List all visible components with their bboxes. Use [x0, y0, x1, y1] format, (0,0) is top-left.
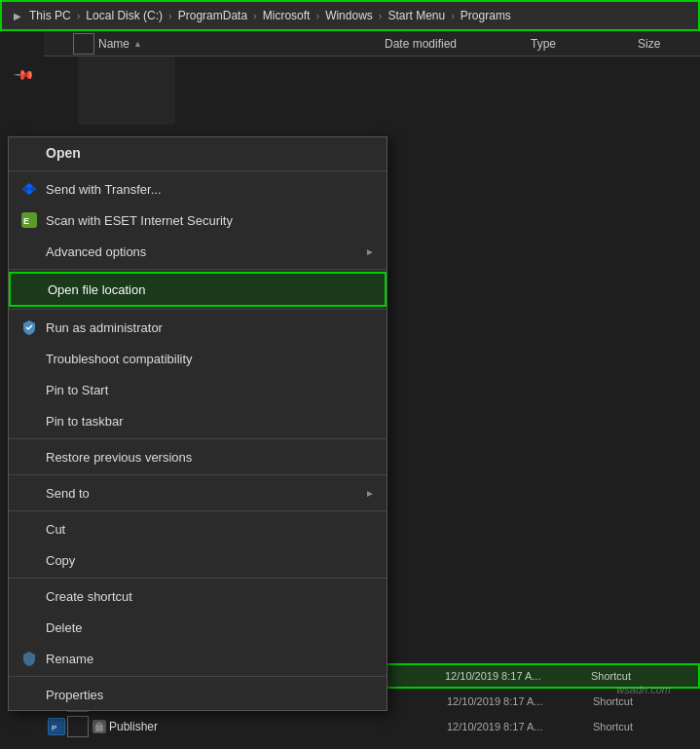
col-header-size[interactable]: Size [638, 37, 696, 51]
menu-eset-label: Scan with ESET Internet Security [46, 213, 233, 228]
sep-1 [9, 170, 387, 171]
eset-icon: E [20, 211, 38, 229]
menu-item-pin-taskbar[interactable]: Pin to taskbar [9, 405, 387, 436]
send-to-icon [20, 484, 38, 502]
menu-item-pin-start[interactable]: Pin to Start [9, 374, 387, 405]
advanced-arrow-icon: ► [365, 246, 375, 257]
menu-delete-label: Delete [46, 620, 83, 635]
breadcrumb-localdisk[interactable]: Local Disk (C:) [86, 9, 163, 22]
menu-item-cut[interactable]: Cut [9, 513, 387, 544]
menu-item-restore[interactable]: Restore previous versions [9, 441, 387, 472]
breadcrumb-programs[interactable]: Programs [461, 9, 511, 22]
menu-item-advanced[interactable]: Advanced options ► [9, 236, 387, 267]
breadcrumb-thispc[interactable]: This PC [29, 9, 71, 22]
menu-copy-label: Copy [46, 553, 75, 568]
menu-run-admin-label: Run as administrator [46, 320, 163, 335]
menu-open-label: Open [46, 145, 81, 161]
address-bar[interactable]: ▶ This PC › Local Disk (C:) › ProgramDat… [0, 0, 700, 31]
menu-item-properties[interactable]: Properties [9, 679, 387, 710]
send-to-arrow-icon: ► [365, 488, 375, 499]
menu-item-send-to[interactable]: Send to ► [9, 477, 387, 508]
menu-item-create-shortcut[interactable]: Create shortcut [9, 580, 387, 612]
advanced-icon [20, 243, 38, 260]
powerpoint-date: 12/10/2019 8:17 A... [447, 695, 593, 707]
sort-arrow-icon: ▲ [133, 39, 142, 49]
menu-restore-label: Restore previous versions [46, 450, 192, 465]
file-location-icon [22, 281, 40, 298]
sep-3 [9, 309, 387, 310]
svg-text:P: P [52, 724, 56, 732]
sep-7 [9, 578, 387, 579]
copy-icon [20, 551, 38, 569]
menu-send-to-label: Send to [46, 486, 90, 501]
menu-rename-label: Rename [46, 652, 93, 666]
menu-item-copy[interactable]: Copy [9, 544, 387, 576]
breadcrumb-startmenu[interactable]: Start Menu [387, 9, 445, 22]
publisher-type: Shortcut [593, 721, 700, 732]
powerpoint-type: Shortcut [593, 695, 700, 707]
breadcrumb-microsoft[interactable]: Microsoft [263, 9, 311, 22]
breadcrumb-programdata[interactable]: ProgramData [178, 9, 247, 22]
troubleshoot-icon [20, 350, 38, 367]
sep-6 [9, 510, 387, 511]
column-headers: Name ▲ Date modified Type Size [44, 31, 700, 56]
breadcrumb-windows[interactable]: Windows [325, 9, 373, 22]
menu-item-troubleshoot[interactable]: Troubleshoot compatibility [9, 343, 387, 374]
cut-icon [20, 520, 38, 538]
pub-shortcut-icon [92, 720, 106, 733]
menu-item-run-admin[interactable]: Run as administrator [9, 312, 387, 343]
shortcut-icon [20, 587, 38, 605]
menu-send-transfer-label: Send with Transfer... [46, 182, 162, 197]
menu-pin-taskbar-label: Pin to taskbar [46, 414, 124, 429]
pin-taskbar-icon [20, 412, 38, 430]
sep-5 [9, 474, 387, 475]
menu-pin-start-label: Pin to Start [46, 383, 108, 397]
svg-rect-13 [95, 725, 103, 731]
menu-item-rename[interactable]: Rename [9, 643, 387, 674]
sep-2 [9, 269, 387, 270]
watermark-text: wsadn.com [616, 684, 671, 695]
publisher-file-row[interactable]: P Publisher 12/10/2019 8:17 A... Shortcu… [44, 714, 700, 739]
properties-icon [20, 686, 38, 703]
pub-checkbox[interactable] [67, 716, 89, 737]
pin-start-icon [20, 381, 38, 398]
publisher-filename: Publisher [109, 720, 447, 733]
context-menu: Open Send with Transfer... E Scan with E… [8, 136, 387, 711]
publisher-icon: P [48, 718, 65, 735]
col-header-type[interactable]: Type [531, 37, 638, 51]
rename-shield-icon [20, 650, 38, 667]
svg-text:E: E [23, 216, 29, 226]
dropbox-icon [20, 180, 38, 198]
publisher-date: 12/10/2019 8:17 A... [447, 721, 593, 732]
outlook-date: 12/10/2019 8:17 A... [445, 670, 591, 682]
restore-icon [20, 448, 38, 466]
shield-icon [20, 318, 38, 336]
file-thumbnail [78, 56, 175, 125]
col-header-date[interactable]: Date modified [385, 37, 531, 51]
menu-item-open-file-location[interactable]: Open file location [9, 272, 387, 307]
delete-icon [20, 618, 38, 636]
menu-item-send-transfer[interactable]: Send with Transfer... [9, 173, 387, 205]
menu-cut-label: Cut [46, 522, 65, 537]
sep-4 [9, 438, 387, 439]
outlook-type: Shortcut [591, 670, 698, 682]
menu-item-open[interactable]: Open [9, 137, 387, 169]
menu-advanced-label: Advanced options [46, 244, 146, 259]
menu-create-shortcut-label: Create shortcut [46, 589, 132, 604]
back-arrow-icon: ▶ [10, 8, 25, 23]
menu-item-eset[interactable]: E Scan with ESET Internet Security [9, 205, 387, 236]
menu-troubleshoot-label: Troubleshoot compatibility [46, 352, 193, 366]
col-header-name[interactable]: Name ▲ [44, 33, 385, 55]
menu-item-delete[interactable]: Delete [9, 612, 387, 643]
select-all-checkbox[interactable] [73, 33, 94, 55]
sep-8 [9, 676, 387, 677]
open-icon [20, 144, 38, 162]
menu-open-location-label: Open file location [48, 282, 145, 297]
menu-properties-label: Properties [46, 688, 103, 702]
